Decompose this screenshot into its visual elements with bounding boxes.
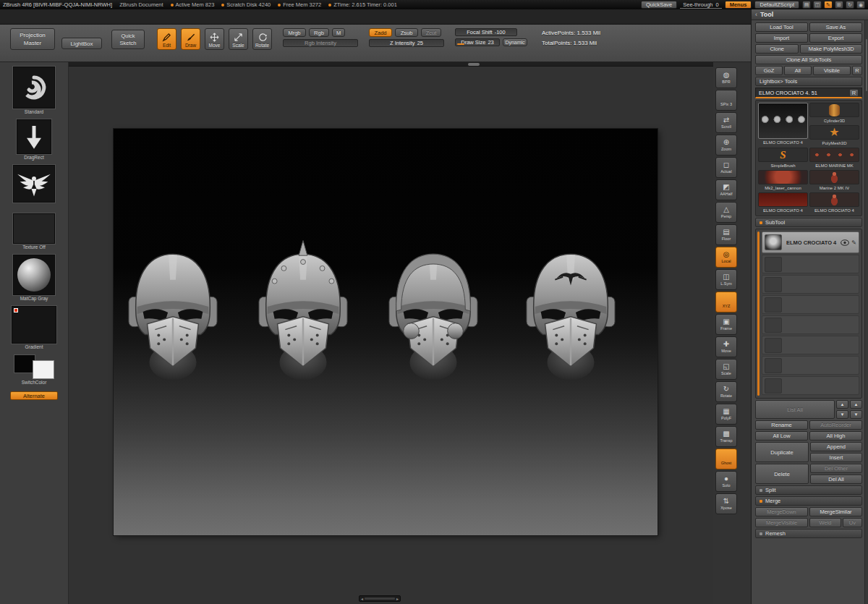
scale-mode-button[interactable]: Scale <box>229 28 248 50</box>
polypaint-icon[interactable]: ✎ <box>851 239 856 246</box>
del-other-button[interactable]: Del Other <box>810 464 862 473</box>
tool-thumbnail[interactable]: PolyMesh3D <box>809 125 859 146</box>
subtool-empty-slot[interactable] <box>762 336 859 354</box>
material-selector[interactable]: MatCap Gray <box>13 255 55 302</box>
lightbox-button[interactable]: LightBox <box>61 38 102 49</box>
weld-toggle[interactable]: Weld <box>809 518 841 527</box>
make-polymesh3d-button[interactable]: Make PolyMesh3D <box>800 44 862 54</box>
insert-button[interactable]: Insert <box>810 453 862 462</box>
all-low-button[interactable]: All Low <box>755 431 808 441</box>
append-button[interactable]: Append <box>810 442 862 451</box>
right-shelf-button[interactable]: △ Persp <box>715 202 737 223</box>
merge-down-button[interactable]: MergeDown <box>755 507 808 516</box>
merge-similar-button[interactable]: MergeSimilar <box>809 507 862 516</box>
document-canvas[interactable] <box>114 129 658 535</box>
all-high-button[interactable]: All High <box>809 431 862 441</box>
goz-visible-button[interactable]: Visible <box>813 66 851 75</box>
subtool-empty-slot[interactable] <box>762 376 859 395</box>
merge-section-header[interactable]: Merge <box>755 496 862 506</box>
tool-thumbnail[interactable]: Mk2_laser_cannon <box>758 170 808 191</box>
tool-thumbnail[interactable]: SimpleBrush <box>758 148 808 169</box>
save-as-button[interactable]: Save As <box>809 22 862 32</box>
right-shelf-button[interactable]: ⇅ Xpose <box>715 493 737 514</box>
titlebar-tool-icon[interactable]: ◫ <box>813 1 822 9</box>
projection-master-button[interactable]: Projection Master <box>10 28 55 50</box>
right-shelf-button[interactable]: ◍ BPR <box>715 67 737 88</box>
switch-color[interactable]: SwitchColor <box>12 354 56 386</box>
scrollbar-track[interactable] <box>365 597 395 600</box>
subtool-item-selected[interactable]: ELMO CROCIATO 4 ✎ <box>762 231 859 253</box>
uv-toggle[interactable]: Uv <box>843 518 862 527</box>
z-intensity-slider[interactable]: Z Intensity 25 <box>369 39 444 47</box>
rotate-mode-button[interactable]: Rotate <box>252 28 272 50</box>
scrollbar-handle[interactable] <box>468 63 480 66</box>
tool-thumbnail[interactable]: Cylinder3D <box>809 103 859 124</box>
export-button[interactable]: Export <box>809 33 862 43</box>
auto-reorder-button[interactable]: AutoReorder <box>809 420 862 430</box>
rgb-intensity-slider[interactable]: Rgb Intensity <box>283 39 358 47</box>
m-button[interactable]: M <box>332 28 345 37</box>
delete-button[interactable]: Delete <box>755 464 809 484</box>
titlebar-tool-icon[interactable]: ▤ <box>802 1 811 9</box>
load-tool-button[interactable]: Load Tool <box>755 22 808 32</box>
dynamic-button[interactable]: Dynamic <box>503 38 527 46</box>
texture-selector[interactable]: Texture Off <box>13 213 55 250</box>
import-button[interactable]: Import <box>755 33 808 43</box>
zsub-button[interactable]: Zsub <box>395 28 418 37</box>
document-horizontal-scrollbar[interactable] <box>69 62 713 67</box>
del-all-button[interactable]: Del All <box>810 475 862 484</box>
tool-thumbnail[interactable]: ELMO MARINE MK <box>809 148 859 169</box>
right-shelf-button[interactable]: ▦ PolyF <box>715 404 737 425</box>
eye-visibility-icon[interactable] <box>841 239 849 246</box>
canvas-area[interactable]: ◂ ▸ <box>69 62 713 604</box>
right-shelf-button[interactable]: ◫ L.Sym <box>715 269 737 290</box>
see-through-slider[interactable]: See-through 0 <box>680 1 721 9</box>
focal-shift-slider[interactable]: Focal Shift -100 <box>455 28 517 36</box>
right-shelf-button[interactable]: ▤ Floor <box>715 224 737 245</box>
goz-button[interactable]: GoZ <box>755 66 783 75</box>
subtool-empty-slot[interactable] <box>762 315 859 334</box>
subtool-empty-slot[interactable] <box>762 295 859 314</box>
tool-panel-scrollbar[interactable] <box>864 20 868 604</box>
subtool-empty-slot[interactable] <box>762 356 859 375</box>
scroll-left-icon[interactable]: ◂ <box>361 596 363 601</box>
tool-thumbnail[interactable]: Marine 2 MK IV <box>809 170 859 191</box>
subtool-arrow-button[interactable]: ▼ <box>850 410 862 419</box>
move-mode-button[interactable]: Move <box>205 28 224 50</box>
collapse-panel-icon[interactable]: ‹ <box>755 11 757 18</box>
mrgb-button[interactable]: Mrgb <box>283 28 306 37</box>
right-shelf-button[interactable]: ⇄ Scroll <box>715 112 737 133</box>
subtool-scroll-indicator[interactable] <box>757 231 760 396</box>
current-tool-field[interactable]: ELMO CROCIATO 4. 51 R <box>755 88 862 98</box>
tool-panel-scrollbar-thumb[interactable] <box>866 39 867 91</box>
scroll-right-icon[interactable]: ▸ <box>396 596 399 601</box>
right-shelf-button[interactable]: Ghost <box>715 448 737 469</box>
draw-mode-button[interactable]: Draw <box>181 28 200 50</box>
right-shelf-button[interactable]: ◱ Scale <box>715 359 737 380</box>
tool-thumbnail[interactable]: ELMO CROCIATO 4 <box>758 192 808 213</box>
tool-thumbnail[interactable]: ELMO CROCIATO 4 <box>758 103 808 146</box>
clone-all-subtools-button[interactable]: Clone All SubTools <box>755 55 862 64</box>
right-shelf-button[interactable]: ● Solo <box>715 471 737 492</box>
zadd-button[interactable]: Zadd <box>369 28 392 37</box>
stroke-selector[interactable]: DragRect <box>17 119 51 161</box>
right-shelf-button[interactable]: ◻ Actual <box>715 157 737 178</box>
right-shelf-button[interactable]: ◩ AAHalf <box>715 179 737 200</box>
split-section-header[interactable]: Split <box>755 485 862 495</box>
lightbox-tools-strip[interactable]: Lightbox> Tools <box>755 77 862 86</box>
edit-mode-button[interactable]: Edit <box>157 28 176 50</box>
right-shelf-button[interactable]: ↻ Rotate <box>715 381 737 402</box>
subtool-empty-slot[interactable] <box>762 255 859 273</box>
subtool-arrow-button[interactable]: ▲ <box>836 400 848 409</box>
helmet-model-2-spiked[interactable] <box>257 237 349 386</box>
subtool-arrow-button[interactable]: ▲ <box>850 400 862 409</box>
merge-visible-button[interactable]: MergeVisible <box>755 518 808 527</box>
restore-config-button[interactable]: R <box>849 89 859 97</box>
menus-button[interactable]: Menus <box>725 1 752 9</box>
rgb-button[interactable]: Rgb <box>309 28 329 37</box>
helmet-model-4-eagle[interactable] <box>524 237 617 386</box>
titlebar-tool-icon[interactable]: ◉ <box>856 1 865 9</box>
quick-sketch-button[interactable]: Quick Sketch <box>111 30 145 49</box>
helmet-model-1[interactable] <box>127 237 219 386</box>
remesh-section-header[interactable]: Remesh <box>755 529 862 538</box>
